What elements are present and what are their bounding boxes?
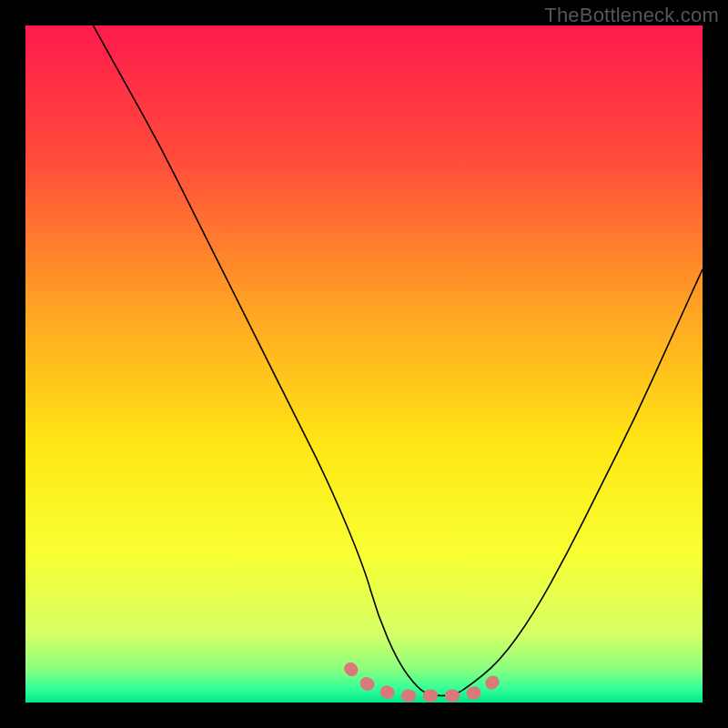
gradient-background [25, 25, 703, 703]
plot-area [25, 25, 703, 703]
chart-frame: TheBottleneck.com [0, 0, 728, 728]
watermark-text: TheBottleneck.com [544, 4, 719, 27]
bottleneck-chart [25, 25, 703, 703]
